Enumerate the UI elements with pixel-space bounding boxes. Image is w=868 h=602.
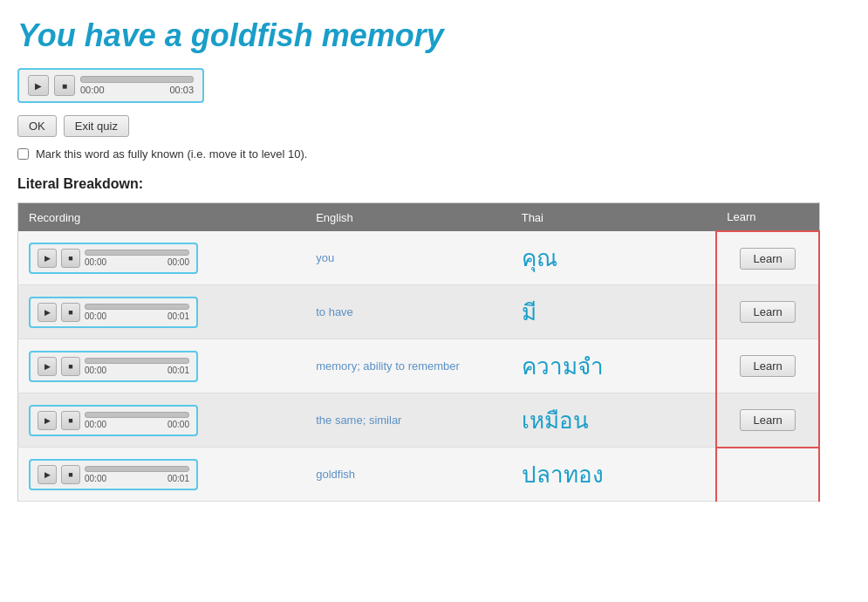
row-audio-player: 00:00 00:01	[29, 297, 198, 328]
row-progress-bar	[85, 304, 189, 310]
row-progress-bar	[85, 358, 189, 364]
row-time-total: 00:00	[167, 420, 189, 429]
learn-button[interactable]: Learn	[740, 301, 795, 323]
row-play-button[interactable]	[38, 465, 57, 484]
header-learn: Learn	[716, 203, 819, 232]
table-header-row: Recording English Thai Learn	[18, 203, 820, 232]
learn-cell	[716, 448, 819, 502]
page-title: You have a goldfish memory	[17, 17, 820, 54]
learn-button[interactable]: Learn	[740, 355, 795, 377]
row-time-total: 00:01	[167, 366, 189, 375]
english-cell: memory; ability to remember	[305, 339, 511, 393]
row-time-current: 00:00	[85, 257, 106, 267]
row-audio-progress: 00:00 00:00	[85, 412, 189, 429]
row-play-button[interactable]	[38, 303, 57, 322]
row-time-labels: 00:00 00:01	[85, 366, 189, 375]
checkbox-row: Mark this word as fully known (i.e. move…	[17, 147, 820, 161]
main-progress-bar	[80, 76, 194, 83]
main-play-button[interactable]	[28, 75, 49, 96]
main-stop-button[interactable]	[54, 75, 75, 96]
header-recording: Recording	[18, 203, 306, 232]
table-row: 00:00 00:01 memory; ability to rememberค…	[18, 339, 820, 393]
row-stop-button[interactable]	[61, 411, 80, 430]
learn-button[interactable]: Learn	[740, 248, 795, 270]
row-time-current: 00:00	[85, 474, 106, 483]
row-audio-progress: 00:00 00:01	[85, 358, 189, 375]
table-row: 00:00 00:00 youคุณLearn	[18, 231, 820, 285]
english-cell: to have	[305, 285, 511, 339]
header-english: English	[305, 203, 511, 232]
action-buttons: OK Exit quiz	[17, 115, 820, 137]
section-title: Literal Breakdown:	[17, 176, 820, 192]
thai-cell: ความจำ	[511, 339, 717, 393]
learn-cell: Learn	[716, 339, 819, 393]
recording-cell: 00:00 00:01	[18, 285, 306, 339]
row-time-labels: 00:00 00:01	[85, 311, 189, 321]
learn-cell: Learn	[716, 231, 819, 285]
row-play-button[interactable]	[38, 411, 57, 430]
recording-cell: 00:00 00:00	[18, 231, 306, 285]
row-audio-progress: 00:00 00:01	[85, 466, 189, 483]
row-audio-progress: 00:00 00:01	[85, 304, 189, 321]
fully-known-checkbox[interactable]	[17, 148, 29, 160]
thai-cell: ปลาทอง	[511, 448, 717, 502]
row-time-total: 00:01	[167, 311, 189, 321]
row-audio-player: 00:00 00:00	[29, 405, 198, 436]
main-time-current: 00:00	[80, 85, 105, 95]
exit-quiz-button[interactable]: Exit quiz	[64, 115, 129, 137]
row-audio-progress: 00:00 00:00	[85, 250, 189, 267]
table-row: 00:00 00:00 the same; similarเหมือนLearn	[18, 393, 820, 448]
english-cell: goldfish	[305, 448, 511, 502]
main-audio-player: 00:00 00:03	[17, 68, 204, 103]
breakdown-table: Recording English Thai Learn 00:00 00:00…	[17, 202, 820, 502]
row-stop-button[interactable]	[61, 303, 80, 322]
row-play-button[interactable]	[38, 357, 57, 376]
recording-cell: 00:00 00:01	[18, 339, 306, 393]
row-time-total: 00:00	[167, 257, 189, 267]
row-time-labels: 00:00 00:00	[85, 420, 189, 429]
main-audio-progress: 00:00 00:03	[80, 76, 194, 95]
row-stop-button[interactable]	[61, 465, 80, 484]
row-audio-player: 00:00 00:00	[29, 243, 198, 274]
table-row: 00:00 00:01 goldfishปลาทอง	[18, 448, 820, 502]
row-progress-bar	[85, 412, 189, 418]
recording-cell: 00:00 00:01	[18, 448, 306, 502]
thai-cell: มี	[511, 285, 717, 339]
row-time-current: 00:00	[85, 311, 106, 321]
header-thai: Thai	[511, 203, 717, 232]
row-stop-button[interactable]	[61, 249, 80, 268]
row-stop-button[interactable]	[61, 357, 80, 376]
row-audio-player: 00:00 00:01	[29, 459, 198, 490]
main-time-labels: 00:00 00:03	[80, 85, 194, 95]
row-audio-player: 00:00 00:01	[29, 351, 198, 382]
table-row: 00:00 00:01 to haveมีLearn	[18, 285, 820, 339]
row-time-current: 00:00	[85, 366, 106, 375]
learn-button[interactable]: Learn	[740, 409, 795, 431]
english-cell: the same; similar	[305, 393, 511, 448]
thai-cell: คุณ	[511, 231, 717, 285]
row-time-current: 00:00	[85, 420, 106, 429]
recording-cell: 00:00 00:00	[18, 393, 306, 448]
row-progress-bar	[85, 250, 189, 256]
checkbox-label: Mark this word as fully known (i.e. move…	[36, 147, 307, 161]
main-time-total: 00:03	[169, 85, 194, 95]
english-cell: you	[305, 231, 511, 285]
learn-cell: Learn	[716, 393, 819, 448]
row-play-button[interactable]	[38, 249, 57, 268]
thai-cell: เหมือน	[511, 393, 717, 448]
ok-button[interactable]: OK	[17, 115, 57, 137]
row-time-labels: 00:00 00:01	[85, 474, 189, 483]
row-progress-bar	[85, 466, 189, 472]
row-time-labels: 00:00 00:00	[85, 257, 189, 267]
learn-cell: Learn	[716, 285, 819, 339]
row-time-total: 00:01	[167, 474, 189, 483]
